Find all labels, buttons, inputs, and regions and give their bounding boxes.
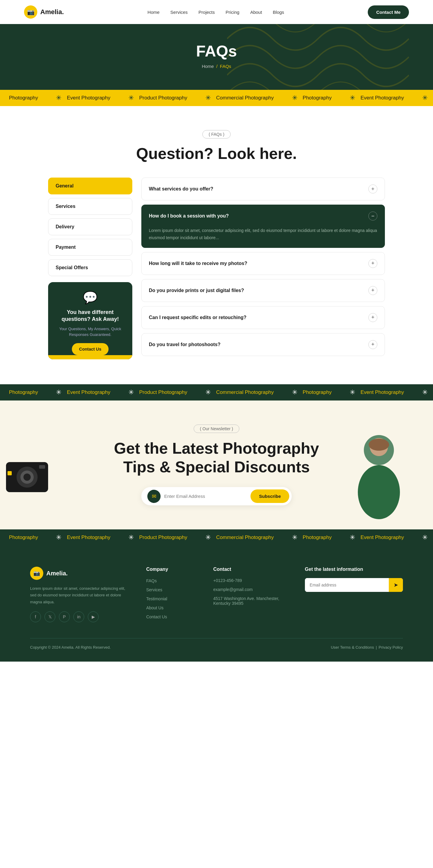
footer-email: example@gmail.com [213, 587, 287, 592]
footer-link-contact[interactable]: Contact Us [146, 614, 167, 619]
faq-toggle-5[interactable]: + [368, 313, 377, 322]
footer-terms-link[interactable]: User Terms & Conditions [331, 645, 374, 650]
faq-question-4[interactable]: Do you provide prints or just digital fi… [142, 279, 384, 302]
newsletter-title: Get the Latest PhotographyTips & Special… [111, 439, 322, 476]
footer-phone: +0123-456-789 [213, 578, 287, 583]
faq-toggle-6[interactable]: + [368, 340, 377, 349]
faq-toggle-1[interactable]: + [368, 184, 377, 193]
faq-item-4: Do you provide prints or just digital fi… [141, 279, 385, 302]
footer-privacy-link[interactable]: Privacy Policy [379, 645, 403, 650]
footer-address: 4517 Washington Ave. Manchester, Kentuck… [213, 596, 287, 606]
faq-category-delivery[interactable]: Delivery [48, 218, 132, 235]
breadcrumb-home[interactable]: Home [202, 64, 214, 69]
ticker-item-dark: ✳Commercial Photography [196, 389, 283, 396]
faq-question-1[interactable]: What services do you offer? + [142, 178, 384, 200]
nav-home[interactable]: Home [148, 10, 160, 15]
faq-question-3[interactable]: How long will it take to receive my phot… [142, 252, 384, 275]
faq-item-1: What services do you offer? + [141, 178, 385, 200]
faq-question-6[interactable]: Do you travel for photoshoots? + [142, 334, 384, 356]
ticker-item-3: ✳Event Photography [47, 534, 119, 541]
footer-link-faqs[interactable]: FAQs [146, 578, 157, 583]
faq-list: What services do you offer? + How do I b… [141, 178, 385, 360]
ticker-item-dark: ✳Product Photography [119, 389, 196, 396]
ticker-item: Photography [0, 94, 47, 102]
ticker-item-3: ✳Commercial Photography [196, 534, 283, 541]
footer-email-submit[interactable]: ➤ [389, 578, 403, 592]
faq-category-special-offers[interactable]: Special Offers [48, 259, 132, 276]
nav-about[interactable]: About [250, 10, 262, 15]
faq-tag-wrap: ( FAQs ) [48, 130, 385, 138]
email-form: ✉ Subscribe [141, 487, 292, 505]
nav-pricing[interactable]: Pricing [226, 10, 239, 15]
ask-contact-button[interactable]: Contact Us [72, 343, 109, 355]
nav-blogs[interactable]: Blogs [273, 10, 284, 15]
footer-contact: Contact +0123-456-789 example@gmail.com … [213, 567, 287, 623]
ticker-item: ✳Product Photography [413, 94, 433, 102]
breadcrumb: Home / FAQs [24, 64, 409, 69]
ticker-item-3: ✳Product Photography [119, 534, 196, 541]
faq-item-5: Can I request specific edits or retouchi… [141, 306, 385, 329]
footer-copyright: Copyright © 2024 Amelia. All Rights Rese… [30, 645, 111, 650]
faq-question-5[interactable]: Can I request specific edits or retouchi… [142, 306, 384, 329]
email-input[interactable] [164, 494, 251, 499]
logo-icon: 📷 [24, 5, 37, 19]
subscribe-button[interactable]: Subscribe [251, 490, 289, 503]
footer-logo-text: Amelia. [46, 570, 68, 577]
faq-question-text-1: What services do you offer? [149, 186, 213, 192]
faq-toggle-2[interactable]: − [368, 212, 377, 220]
logo-text: Amelia. [40, 8, 64, 16]
footer-newsletter-heading: Get the latest information [305, 567, 403, 572]
footer-contact-heading: Contact [213, 567, 287, 572]
faq-question-text-4: Do you provide prints or just digital fi… [149, 288, 244, 293]
footer-legal-links: User Terms & Conditions | Privacy Policy [331, 645, 403, 650]
faq-item-6: Do you travel for photoshoots? + [141, 333, 385, 356]
contact-me-button[interactable]: Contact Me [368, 5, 409, 19]
social-linkedin[interactable]: in [74, 612, 84, 622]
ticker-item-3: ✳Product Photography [413, 534, 433, 541]
svg-point-3 [24, 473, 31, 481]
svg-rect-5 [7, 471, 12, 475]
ask-card: 💬 You have different questions? Ask Away… [48, 282, 132, 359]
footer-company: Company FAQs Services Testimonial About … [146, 567, 195, 623]
social-youtube[interactable]: ▶ [88, 612, 98, 622]
footer-phone-value: +0123-456-789 [213, 578, 287, 583]
ticker-item: ✳Commercial Photography [196, 94, 283, 102]
faq-question-text-2: How do I book a session with you? [149, 213, 229, 219]
camera-image [0, 438, 66, 529]
faq-question-text-5: Can I request specific edits or retouchi… [149, 315, 247, 320]
ticker-inner-3: Photography ✳Event Photography ✳Product … [0, 534, 433, 541]
newsletter-section: ( Our Newsletter ) Get the Latest Photog… [0, 401, 433, 530]
navbar: 📷 Amelia. Home Services Projects Pricing… [0, 0, 433, 24]
nav-projects[interactable]: Projects [198, 10, 215, 15]
ask-card-title: You have different questions? Ask Away! [55, 309, 125, 323]
footer-company-links: FAQs Services Testimonial About Us Conta… [146, 578, 195, 620]
faq-title: Question? Look here. [48, 145, 385, 162]
nav-services[interactable]: Services [171, 10, 188, 15]
svg-rect-4 [39, 465, 45, 469]
footer-email-form: ➤ [305, 578, 403, 592]
faq-question-text-3: How long will it take to receive my phot… [149, 261, 247, 266]
footer-link-services[interactable]: Services [146, 587, 163, 592]
social-facebook[interactable]: f [30, 612, 41, 622]
faq-question-2[interactable]: How do I book a session with you? − [142, 205, 384, 227]
social-twitter[interactable]: 𝕏 [45, 612, 55, 622]
svg-point-7 [358, 465, 400, 519]
svg-point-9 [369, 439, 389, 451]
social-pinterest[interactable]: P [59, 612, 70, 622]
footer: 📷 Amelia. Lorem ipsum dolor sit amet, co… [0, 546, 433, 661]
ticker-3: Photography ✳Event Photography ✳Product … [0, 529, 433, 546]
footer-email-input[interactable] [305, 578, 389, 592]
faq-category-general[interactable]: General [48, 178, 132, 194]
footer-link-testimonial[interactable]: Testimonial [146, 596, 167, 601]
footer-logo: 📷 Amelia. [30, 567, 128, 580]
faq-question-text-6: Do you travel for photoshoots? [149, 342, 221, 347]
faq-category-payment[interactable]: Payment [48, 239, 132, 256]
faq-section: ( FAQs ) Question? Look here. General Se… [0, 106, 433, 384]
faq-category-services[interactable]: Services [48, 198, 132, 215]
faq-toggle-4[interactable]: + [368, 286, 377, 295]
footer-newsletter: Get the latest information ➤ [305, 567, 403, 623]
faq-tag: ( FAQs ) [202, 130, 231, 138]
faq-toggle-3[interactable]: + [368, 259, 377, 268]
footer-link-about[interactable]: About Us [146, 606, 164, 610]
logo[interactable]: 📷 Amelia. [24, 5, 64, 19]
